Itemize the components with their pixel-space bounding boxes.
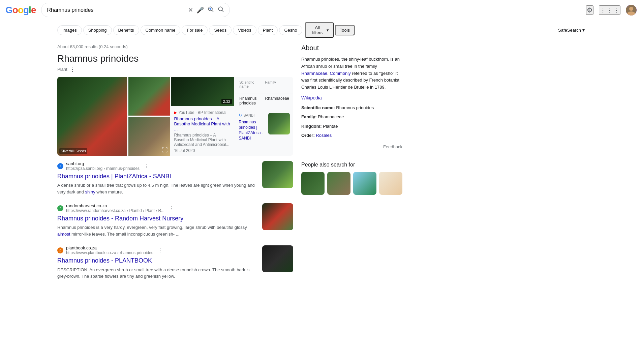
left-column: About 63,000 results (0.24 seconds) Rham…: [57, 44, 293, 288]
google-logo[interactable]: Google: [5, 5, 36, 16]
safesearch-button[interactable]: SafeSearch: [558, 28, 581, 33]
people-image-4: [379, 172, 402, 195]
result-more-2[interactable]: ⋮: [169, 205, 174, 211]
filter-shopping[interactable]: Shopping: [83, 25, 112, 35]
result-title-3[interactable]: Rhamnus prinoides - PLANTBOOK: [57, 256, 258, 265]
knowledge-card: Rhamnus prinoides Plant ⋮ Silverhill See…: [57, 53, 293, 156]
filter-gesho[interactable]: Gesho: [279, 25, 302, 35]
gallery-image-3[interactable]: ⛶: [128, 117, 170, 156]
settings-button[interactable]: ⚙: [586, 5, 593, 15]
all-filters-button[interactable]: All filters ▾: [305, 22, 334, 38]
gallery-image-1[interactable]: Silverhill Seeds: [57, 77, 127, 156]
commonly-link[interactable]: Commonly: [330, 71, 351, 76]
result-source-1: s sanbi.org https://pza.sanbi.org › rham…: [57, 161, 258, 171]
filter-for-sale[interactable]: For sale: [182, 25, 208, 35]
filter-seeds[interactable]: Seeds: [209, 25, 232, 35]
more-options-icon[interactable]: ⋮: [69, 65, 75, 73]
result-content-3: p plantbook.co.za https://www.plantbook.…: [57, 245, 258, 279]
family-value: Rhamnaceae: [265, 96, 289, 101]
result-image-1[interactable]: [262, 161, 293, 188]
avatar[interactable]: [626, 5, 637, 16]
favicon-sanbi: s: [57, 163, 63, 169]
safesearch-chevron-icon: ▾: [582, 27, 585, 33]
apps-button[interactable]: ⋮⋮⋮: [599, 5, 620, 15]
result-snippet-2: Rhamnus prinoides is a very hardy, everg…: [57, 224, 258, 237]
filter-plant[interactable]: Plant: [258, 25, 278, 35]
feedback-button[interactable]: Feedback: [383, 144, 402, 149]
sci-name-value: Rhamnus prinoides: [239, 96, 256, 105]
scientific-name-cell: Scientific name: [235, 77, 261, 93]
sci-name-label: Scientific name: [239, 80, 256, 88]
result-more-3[interactable]: ⋮: [157, 247, 163, 253]
people-image-2: [327, 172, 350, 195]
result-image-2[interactable]: [262, 203, 293, 230]
fact-scientific-name: Scientific name: Rhamnus prinoides: [301, 104, 402, 111]
expand-icon: ⛶: [162, 147, 168, 154]
filter-benefits[interactable]: Benefits: [113, 25, 139, 35]
result-url-3: https://www.plantbook.co.za › rhamnus-pr…: [66, 250, 153, 255]
search-result-1: s sanbi.org https://pza.sanbi.org › rham…: [57, 161, 293, 195]
gallery-video: 2:32 ▶ YouTube · BP International Rhamnu…: [171, 77, 234, 156]
sci-name-value-cell: Rhamnus prinoides: [235, 93, 261, 108]
video-duration: 2:32: [221, 99, 232, 104]
divider: [301, 155, 402, 155]
results-count: About 63,000 results (0.24 seconds): [57, 44, 293, 49]
youtube-icon: ▶: [174, 110, 177, 115]
fact-family: Family: Rhamnaceae: [301, 114, 402, 120]
gallery-video-thumb[interactable]: 2:32: [171, 77, 234, 106]
family-cell: Family: [261, 77, 293, 93]
family-label: Family: [265, 80, 289, 84]
people-item-2[interactable]: [327, 172, 350, 196]
filter-common-name[interactable]: Common name: [141, 25, 181, 35]
main-content: About 63,000 results (0.24 seconds) Rham…: [0, 40, 642, 292]
sanbi-source: ↻ SANBI: [239, 113, 266, 118]
sanbi-image[interactable]: [268, 113, 290, 134]
favicon-randomharvest: r: [57, 205, 63, 211]
people-image-1: [301, 172, 325, 195]
voice-search-button[interactable]: 🎤: [196, 6, 204, 14]
people-item-1[interactable]: [301, 172, 325, 196]
search-result-3: p plantbook.co.za https://www.plantbook.…: [57, 245, 293, 279]
search-icons: ✕ 🎤: [188, 6, 224, 14]
video-date: 16 Jul 2020: [174, 148, 231, 153]
sanbi-link[interactable]: Rhamnus prinoides | PlantZAfrica - SANBI: [239, 120, 263, 141]
people-image-3: [353, 172, 376, 195]
knowledge-title: Rhamnus prinoides: [57, 53, 293, 64]
result-domain-1: sanbi.org: [66, 161, 140, 166]
result-domain-3: plantbook.co.za: [66, 245, 153, 250]
clear-button[interactable]: ✕: [188, 6, 193, 14]
search-results: s sanbi.org https://pza.sanbi.org › rham…: [57, 161, 293, 280]
wikipedia-link[interactable]: Wikipedia: [301, 95, 322, 100]
filter-images[interactable]: Images: [57, 25, 82, 35]
search-bar: ✕ 🎤: [41, 3, 230, 17]
result-source-2: r randomharvest.co.za https://www.random…: [57, 203, 258, 213]
favicon-plantbook: p: [57, 247, 63, 253]
result-title-1[interactable]: Rhamnus prinoides | PlantZAfrica - SANBI: [57, 172, 258, 181]
video-desc: Rhamnus prinoides – A Basotho Medicinal …: [174, 133, 231, 147]
gallery-image-2[interactable]: [128, 77, 170, 116]
video-title-link[interactable]: Rhamnus prinoides – A Basotho Medicinal …: [174, 116, 230, 131]
sanbi-card: ↻ SANBI Rhamnus prinoides | PlantZAfrica…: [235, 110, 293, 144]
result-more-1[interactable]: ⋮: [144, 163, 149, 169]
info-cards: Scientific name Family Rhamnus prinoides…: [235, 77, 293, 156]
result-url-2: https://www.randomharvest.co.za › PlantI…: [66, 208, 164, 213]
image-search-button[interactable]: [207, 6, 214, 14]
rosales-link[interactable]: Rosales: [316, 133, 332, 138]
silverhill-label: Silverhill Seeds: [59, 148, 87, 154]
sanbi-info: ↻ SANBI Rhamnus prinoides | PlantZAfrica…: [239, 113, 266, 141]
result-title-2[interactable]: Rhamnus prinoides - Random Harvest Nurse…: [57, 214, 258, 223]
search-button[interactable]: [217, 6, 224, 14]
scientific-family-card: Scientific name Family Rhamnus prinoides…: [235, 77, 293, 108]
search-input[interactable]: [47, 7, 185, 13]
rhamnaceae-link[interactable]: Rhamnaceae: [301, 71, 327, 76]
chevron-down-icon: ▾: [327, 28, 329, 33]
result-image-3[interactable]: [262, 245, 293, 272]
result-snippet-3: DESCRIPTION. An evergreen shrub or small…: [57, 267, 258, 280]
right-column: About Rhamnus prinoides, the shiny-leaf …: [301, 44, 402, 288]
about-facts: Scientific name: Rhamnus prinoides Famil…: [301, 104, 402, 139]
filter-videos[interactable]: Videos: [233, 25, 256, 35]
tools-button[interactable]: Tools: [335, 25, 355, 35]
gallery-middle: ⛶: [128, 77, 170, 156]
people-item-4[interactable]: [379, 172, 402, 196]
people-item-3[interactable]: [353, 172, 376, 196]
